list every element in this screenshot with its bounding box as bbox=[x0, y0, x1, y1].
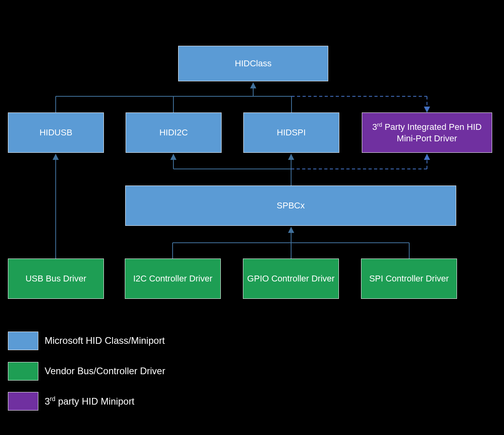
node-spbcx: SPBCx bbox=[125, 186, 456, 226]
node-i2c-controller: I2C Controller Driver bbox=[125, 259, 221, 299]
node-hidi2c: HIDI2C bbox=[126, 112, 222, 153]
node-usb-bus-label: USB Bus Driver bbox=[25, 273, 86, 285]
node-usb-bus: USB Bus Driver bbox=[8, 259, 104, 299]
legend-swatch-msclass bbox=[8, 332, 38, 350]
node-hidspi-label: HIDSPI bbox=[277, 127, 306, 139]
node-spbcx-label: SPBCx bbox=[277, 200, 305, 212]
node-hidi2c-label: HIDI2C bbox=[159, 127, 188, 139]
node-i2c-controller-label: I2C Controller Driver bbox=[133, 273, 213, 285]
legend-label-msclass: Microsoft HID Class/Miniport bbox=[45, 335, 165, 346]
node-hidusb-label: HIDUSB bbox=[39, 127, 72, 139]
node-gpio-controller: GPIO Controller Driver bbox=[243, 259, 339, 299]
legend-label-third: 3rd party HID Miniport bbox=[45, 396, 134, 407]
node-hidclass: HIDClass bbox=[178, 46, 328, 81]
node-hidspi: HIDSPI bbox=[243, 112, 339, 153]
legend-swatch-vendor bbox=[8, 362, 38, 381]
node-hidusb: HIDUSB bbox=[8, 112, 104, 153]
node-thirdparty: 3rd Party Integrated Pen HID Mini-Port D… bbox=[362, 112, 492, 153]
node-gpio-controller-label: GPIO Controller Driver bbox=[247, 273, 335, 285]
node-spi-controller: SPI Controller Driver bbox=[361, 259, 457, 299]
node-hidclass-label: HIDClass bbox=[235, 58, 272, 69]
legend-label-vendor: Vendor Bus/Controller Driver bbox=[45, 366, 165, 377]
node-spi-controller-label: SPI Controller Driver bbox=[369, 273, 449, 285]
legend-swatch-third bbox=[8, 392, 38, 411]
node-thirdparty-label: 3rd Party Integrated Pen HID Mini-Port D… bbox=[364, 121, 490, 144]
